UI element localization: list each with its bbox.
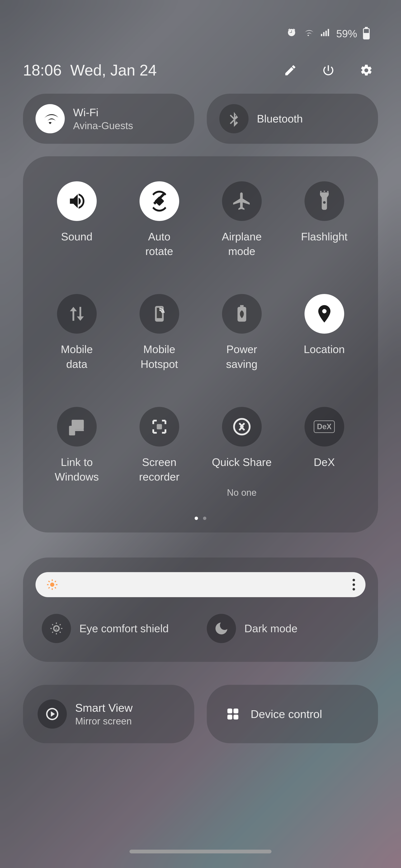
sun-icon	[46, 579, 58, 591]
toggle-label: Sound	[61, 229, 92, 258]
display-panel: A Eye comfort shield Dark mode	[23, 558, 378, 662]
eye-comfort-label: Eye comfort shield	[79, 622, 169, 635]
bluetooth-title: Bluetooth	[257, 113, 303, 125]
toggle-power-saving[interactable]: Power saving	[205, 294, 279, 371]
toggle-label: Power saving	[226, 342, 257, 371]
brightness-more-button[interactable]	[352, 579, 355, 590]
pencil-icon	[284, 64, 297, 77]
header-datetime: 18:06 Wed, Jan 24	[23, 61, 156, 79]
toggle-screen-recorder[interactable]: Screen recorder	[122, 407, 196, 498]
gear-icon	[360, 64, 373, 77]
nav-gesture-pill[interactable]	[130, 850, 271, 854]
toggle-label: Link to Windows	[55, 455, 99, 484]
page-indicator[interactable]	[40, 517, 361, 520]
power-button[interactable]	[321, 63, 336, 78]
toggle-sound[interactable]: Sound	[40, 181, 114, 258]
toggle-flashlight[interactable]: Flashlight	[287, 181, 361, 258]
toggle-label: Screen recorder	[139, 455, 180, 484]
settings-button[interactable]	[359, 63, 374, 78]
toggle-link-windows[interactable]: Link to Windows	[40, 407, 114, 498]
smart-view-sub: Mirror screen	[75, 715, 133, 727]
wifi-network-name: Avina-Guests	[73, 120, 133, 131]
toggle-auto-rotate[interactable]: Auto rotate	[122, 181, 196, 258]
battery-icon	[363, 28, 370, 39]
svg-point-14	[50, 583, 54, 587]
toggle-dex[interactable]: DeXDeX	[287, 407, 361, 498]
svg-rect-36	[233, 715, 238, 719]
alarm-icon	[286, 27, 297, 40]
mobile-hotspot-icon	[140, 294, 179, 334]
svg-point-5	[327, 191, 328, 192]
smart-view-title: Smart View	[75, 701, 133, 714]
bluetooth-pill[interactable]: Bluetooth	[207, 94, 378, 144]
svg-rect-0	[154, 196, 164, 206]
edit-button[interactable]	[283, 63, 298, 78]
brightness-slider[interactable]	[35, 572, 366, 597]
svg-text:A: A	[55, 627, 58, 631]
toggle-label: Mobile Hotspot	[141, 342, 178, 371]
location-icon	[305, 294, 344, 334]
power-icon	[322, 64, 335, 77]
svg-rect-11	[71, 429, 84, 431]
cast-icon	[44, 706, 60, 722]
smart-view-card[interactable]: Smart View Mirror screen	[23, 685, 194, 743]
device-control-card[interactable]: Device control	[207, 685, 378, 743]
svg-line-29	[52, 624, 53, 625]
panel-header: 18:06 Wed, Jan 24	[23, 40, 378, 94]
svg-point-3	[320, 191, 322, 192]
clock-time: 18:06	[23, 62, 62, 79]
toggle-label: Flashlight	[301, 229, 347, 258]
svg-point-4	[323, 191, 325, 192]
toggle-label: Mobile data	[61, 342, 93, 371]
wifi-pill[interactable]: Wi-Fi Avina-Guests	[23, 94, 194, 144]
toggle-sublabel: No one	[227, 488, 257, 498]
toggle-quick-share[interactable]: Quick ShareNo one	[205, 407, 279, 498]
bluetooth-icon	[226, 111, 242, 127]
quick-toggles-panel: SoundAuto rotateAirplane modeFlashlightM…	[23, 156, 378, 532]
link-windows-icon	[57, 407, 97, 446]
eye-comfort-toggle[interactable]: A Eye comfort shield	[35, 614, 200, 643]
toggle-label: Quick Share	[212, 455, 271, 484]
svg-rect-8	[240, 305, 244, 307]
toggle-mobile-data[interactable]: Mobile data	[40, 294, 114, 371]
toggle-location[interactable]: Location	[287, 294, 361, 371]
dex-icon: DeX	[305, 407, 344, 446]
svg-rect-34	[233, 709, 238, 713]
mobile-data-icon	[57, 294, 97, 334]
svg-rect-1	[320, 192, 329, 194]
svg-line-21	[49, 587, 50, 588]
dark-mode-toggle[interactable]: Dark mode	[200, 614, 366, 643]
sound-icon	[57, 181, 97, 221]
device-control-title: Device control	[251, 708, 322, 720]
page-dot-inactive	[203, 517, 206, 520]
svg-line-19	[49, 581, 50, 582]
svg-line-30	[60, 632, 61, 633]
wifi-icon	[42, 111, 58, 127]
clock-date: Wed, Jan 24	[70, 62, 156, 79]
page-dot-active	[195, 517, 198, 520]
airplane-mode-icon	[222, 181, 262, 221]
wifi-title: Wi-Fi	[73, 106, 133, 119]
svg-rect-35	[227, 715, 232, 719]
svg-line-22	[55, 581, 56, 582]
battery-percentage: 59%	[336, 28, 357, 40]
eye-comfort-icon: A	[49, 621, 64, 637]
flashlight-icon	[305, 181, 344, 221]
moon-icon	[213, 621, 229, 637]
toggle-mobile-hotspot[interactable]: Mobile Hotspot	[122, 294, 196, 371]
power-saving-icon	[222, 294, 262, 334]
svg-line-31	[52, 632, 53, 633]
svg-rect-12	[156, 424, 162, 429]
dark-mode-label: Dark mode	[245, 622, 297, 635]
toggle-label: Auto rotate	[145, 229, 173, 258]
toggle-label: Airplane mode	[222, 229, 262, 258]
toggle-label: Location	[304, 342, 345, 371]
svg-line-20	[55, 587, 56, 588]
quick-share-icon	[222, 407, 262, 446]
status-bar: 59%	[23, 0, 378, 40]
wifi-status-icon	[303, 27, 314, 40]
toggle-airplane-mode[interactable]: Airplane mode	[205, 181, 279, 258]
auto-rotate-icon	[140, 181, 179, 221]
svg-line-32	[60, 624, 61, 625]
svg-rect-33	[227, 709, 232, 713]
